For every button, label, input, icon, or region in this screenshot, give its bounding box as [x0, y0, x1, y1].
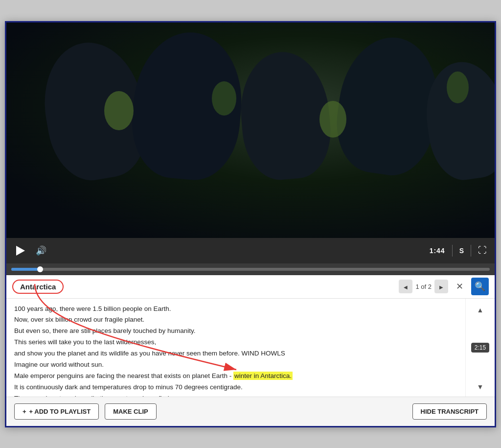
transcript-line: 100 years ago, there were 1.5 billion pe…: [14, 305, 295, 397]
video-thumbnail: [6, 23, 495, 238]
search-result-count: 1 of 2: [415, 283, 432, 290]
time-display: 1:44: [430, 247, 445, 255]
divider: [452, 245, 453, 257]
search-term-badge: Antarctica: [12, 280, 64, 294]
play-icon: [16, 246, 25, 256]
subtitles-button[interactable]: S: [459, 247, 464, 255]
scroll-up-button[interactable]: [477, 304, 484, 315]
add-to-playlist-button[interactable]: + + ADD TO PLAYLIST: [14, 403, 99, 420]
progress-handle[interactable]: [37, 266, 43, 272]
add-playlist-label: + ADD TO PLAYLIST: [29, 408, 91, 415]
search-close-button[interactable]: ✕: [452, 279, 467, 294]
penguin-visual: [6, 23, 495, 238]
video-area: [6, 23, 495, 238]
arrow-down-icon: [477, 380, 484, 391]
search-prev-button[interactable]: [399, 280, 412, 293]
divider2: [471, 245, 471, 257]
bottom-toolbar: + + ADD TO PLAYLIST MAKE CLIP HIDE TRANS…: [6, 397, 495, 426]
chevron-right-icon: [439, 283, 443, 290]
search-icon: 🔍: [475, 281, 485, 292]
volume-icon: 🔊: [36, 245, 46, 256]
transcript-text: 100 years ago, there were 1.5 billion pe…: [6, 299, 465, 397]
search-bar: Antarctica 1 of 2 ✕ 🔍: [6, 275, 495, 299]
volume-button[interactable]: 🔊: [34, 243, 48, 258]
make-clip-button[interactable]: MAKE CLIP: [105, 403, 157, 420]
scroll-down-button[interactable]: [477, 380, 484, 392]
progress-bar[interactable]: [11, 268, 490, 271]
close-icon: ✕: [456, 282, 463, 291]
transcript-side: 2:15: [465, 299, 495, 397]
plus-icon: +: [23, 408, 26, 415]
fullscreen-icon: ⛶: [478, 245, 487, 255]
play-button[interactable]: [14, 244, 27, 258]
highlighted-phrase: winter in Antarctica.: [233, 372, 293, 380]
fullscreen-button[interactable]: ⛶: [478, 245, 487, 256]
controls-bar: 🔊 1:44 S ⛶: [6, 238, 495, 263]
player-container: 🔊 1:44 S ⛶ Antarctica 1 of 2: [5, 21, 496, 427]
timestamp-badge: 2:15: [471, 343, 489, 353]
progress-watched: [11, 268, 40, 271]
search-button[interactable]: 🔍: [471, 278, 489, 295]
progress-area: [6, 263, 495, 275]
arrow-up-icon: [477, 304, 484, 314]
chevron-left-icon: [404, 283, 408, 290]
transcript-area: 100 years ago, there were 1.5 billion pe…: [6, 299, 495, 397]
search-next-button[interactable]: [434, 280, 448, 293]
search-nav-controls: 1 of 2: [399, 280, 448, 293]
hide-transcript-button[interactable]: HIDE TRANSCRIPT: [412, 403, 487, 420]
